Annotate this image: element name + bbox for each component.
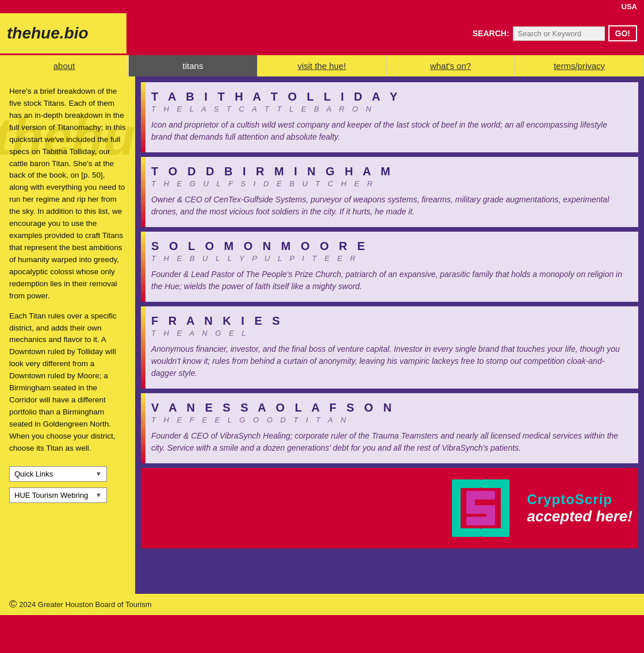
region-label: USA xyxy=(622,2,637,11)
titan-name-4: F R A N K I E S xyxy=(151,314,628,328)
crypto-text: CryptoScrip accepted here! xyxy=(527,491,632,525)
quick-links-arrow: ▼ xyxy=(95,470,102,477)
titan-card-4: F R A N K I E S T H E A N G E L Anonymou… xyxy=(141,306,638,389)
titan-desc-3: Founder & Lead Pastor of The People's Pr… xyxy=(151,268,628,293)
titan-desc-4: Anonymous financier, investor, and the f… xyxy=(151,343,628,379)
titan-name-1: T A B I T H A T O L L I D A Y xyxy=(151,90,628,103)
site-title[interactable]: thehue.bio xyxy=(7,24,122,43)
crypto-logo-icon xyxy=(446,474,515,543)
titan-name-5: V A N E S S A O L A F S O N xyxy=(151,401,628,414)
header: thehue.bio SEARCH: GO! xyxy=(0,13,644,53)
nav-item-titans[interactable]: titans xyxy=(129,55,258,76)
quick-links-dropdown[interactable]: Quick Links ▼ xyxy=(9,466,107,482)
titan-subtitle-5: T H E F E E L G O O D T I T A N xyxy=(151,416,628,424)
crypto-subtitle: accepted here! xyxy=(527,508,632,525)
svg-rect-3 xyxy=(452,528,481,537)
main: thehu Here's a brief breakdown of the fi… xyxy=(0,76,644,594)
sidebar-paragraph-2: Each Titan rules over a specific distric… xyxy=(9,310,126,455)
copyright-icon: © xyxy=(9,598,17,610)
nav-item-about[interactable]: about xyxy=(0,55,129,76)
crypto-title: CryptoScrip xyxy=(527,491,632,508)
top-bar: USA xyxy=(0,0,644,13)
titan-desc-5: Founder & CEO of VibraSynch Healing; cor… xyxy=(151,430,628,454)
nav-item-visit[interactable]: visit the hue! xyxy=(258,55,386,76)
footer: © 2024 Greater Houston Board of Tourism xyxy=(0,594,644,615)
search-area: SEARCH: GO! xyxy=(473,25,637,41)
hue-tourism-select[interactable]: HUE Tourism Webring xyxy=(14,491,95,500)
svg-rect-8 xyxy=(466,517,495,525)
nav-item-terms[interactable]: terms/privacy xyxy=(515,55,644,76)
nav: about titans visit the hue! what's on? t… xyxy=(0,53,644,76)
titan-name-3: S O L O M O N M O O R E xyxy=(151,240,628,253)
titan-card-2: T O D D B I R M I N G H A M T H E G U L … xyxy=(141,157,638,227)
nav-link-terms[interactable]: terms/privacy xyxy=(554,61,605,71)
titan-subtitle-4: T H E A N G E L xyxy=(151,329,628,337)
titan-name-2: T O D D B I R M I N G H A M xyxy=(151,165,628,178)
hue-tourism-dropdown[interactable]: HUE Tourism Webring ▼ xyxy=(9,487,107,503)
titan-card-5: V A N E S S A O L A F S O N T H E F E E … xyxy=(141,393,638,463)
nav-link-whatson[interactable]: what's on? xyxy=(430,61,471,71)
svg-rect-10 xyxy=(481,479,509,488)
nav-link-titans[interactable]: titans xyxy=(183,61,204,71)
footer-text: 2024 Greater Houston Board of Tourism xyxy=(19,600,151,609)
titan-card-3: S O L O M O N M O O R E T H E B U L L Y … xyxy=(141,232,638,302)
titan-subtitle-1: T H E L A S T C A T T L E B A R O N xyxy=(151,105,628,113)
crypto-block: CryptoScrip accepted here! xyxy=(141,468,638,548)
sidebar-content: Here's a brief breakdown of the five sto… xyxy=(0,76,135,512)
center-content: T A B I T H A T O L L I D A Y T H E L A … xyxy=(135,76,644,594)
search-label: SEARCH: xyxy=(473,29,509,38)
search-button[interactable]: GO! xyxy=(608,25,637,41)
svg-rect-2 xyxy=(452,479,481,488)
hue-tourism-arrow: ▼ xyxy=(95,491,102,498)
svg-rect-11 xyxy=(481,528,509,537)
titan-desc-2: Owner & CEO of CenTex-Gulfside Systems, … xyxy=(151,194,628,218)
titan-card-1: T A B I T H A T O L L I D A Y T H E L A … xyxy=(141,82,638,152)
titan-desc-1: Icon and proprietor of a cultish wild we… xyxy=(151,119,628,143)
nav-item-whatson[interactable]: what's on? xyxy=(386,55,515,76)
sidebar-paragraph-1: Here's a brief breakdown of the five sto… xyxy=(9,86,126,302)
titan-subtitle-3: T H E B U L L Y P U L P I T E E R xyxy=(151,254,628,263)
nav-link-visit[interactable]: visit the hue! xyxy=(297,61,346,71)
sidebar-widgets: Quick Links ▼ HUE Tourism Webring ▼ xyxy=(9,466,126,503)
search-input[interactable] xyxy=(513,26,605,41)
quick-links-select[interactable]: Quick Links xyxy=(14,470,95,478)
titan-subtitle-2: T H E G U L F S I D E B U T C H E R xyxy=(151,179,628,188)
sidebar: thehu Here's a brief breakdown of the fi… xyxy=(0,76,135,594)
nav-link-about[interactable]: about xyxy=(53,61,75,71)
